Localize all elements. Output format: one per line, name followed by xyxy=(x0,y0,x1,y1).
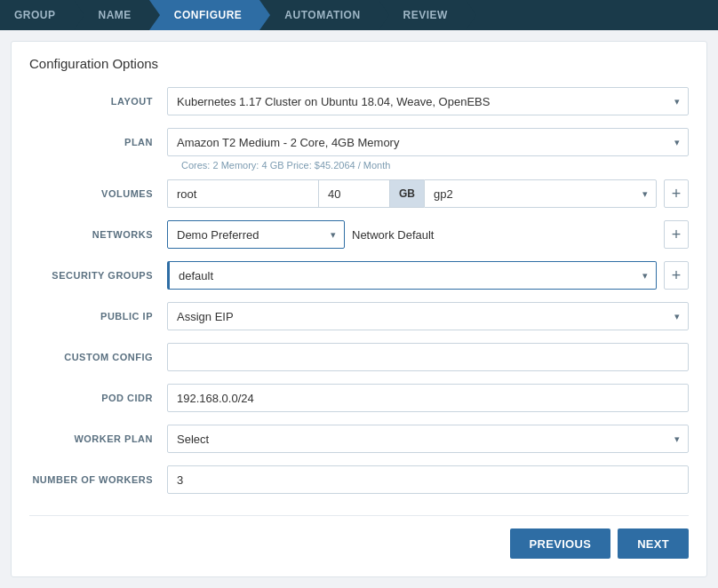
public-ip-label: PUBLIC IP xyxy=(29,311,167,322)
add-volume-button[interactable]: + xyxy=(664,179,689,208)
stepper: GROUP NAME CONFIGURE AUTOMATION REVIEW xyxy=(0,0,718,30)
public-ip-select[interactable]: Assign EIP xyxy=(167,302,689,330)
volumes-controls: GB gp2 ▾ + xyxy=(167,179,689,208)
main-content: Configuration Options LAYOUT Kubernetes … xyxy=(11,41,707,577)
previous-button[interactable]: PREVIOUS xyxy=(510,528,611,559)
step-review[interactable]: REVIEW xyxy=(379,0,466,30)
form-body: LAYOUT Kubernetes 1.17 Cluster on Ubuntu… xyxy=(29,87,689,506)
number-of-workers-row: NUMBER OF WORKERS xyxy=(29,465,689,494)
networks-row: NETWORKS Demo Preferred ▾ Network Defaul… xyxy=(29,220,689,249)
security-group-select-wrapper: default ▾ xyxy=(167,261,657,290)
volumes-label: VOLUMES xyxy=(29,188,167,199)
pod-cidr-input[interactable] xyxy=(167,384,689,412)
volume-type-select[interactable]: gp2 xyxy=(424,179,657,208)
volume-size-input[interactable] xyxy=(318,179,389,208)
pod-cidr-row: POD CIDR xyxy=(29,384,689,412)
step-automation[interactable]: AUTOMATION xyxy=(259,0,378,30)
public-ip-row: PUBLIC IP Assign EIP ▾ xyxy=(29,302,689,330)
plan-select[interactable]: Amazon T2 Medium - 2 Core, 4GB Memory xyxy=(167,128,689,156)
plan-select-wrapper: Amazon T2 Medium - 2 Core, 4GB Memory ▾ xyxy=(167,128,689,156)
number-of-workers-input[interactable] xyxy=(167,465,689,494)
volume-unit-label: GB xyxy=(389,179,424,208)
custom-config-input[interactable] xyxy=(167,343,689,371)
volumes-row: VOLUMES GB gp2 ▾ + xyxy=(29,179,689,208)
volume-name-input[interactable] xyxy=(167,179,318,208)
worker-plan-row: WORKER PLAN Select ▾ xyxy=(29,425,689,453)
network-default-label: Network Default xyxy=(352,228,434,242)
layout-select-wrapper: Kubernetes 1.17 Cluster on Ubuntu 18.04,… xyxy=(167,87,689,115)
public-ip-select-wrapper: Assign EIP ▾ xyxy=(167,302,689,330)
add-network-button[interactable]: + xyxy=(664,220,689,249)
security-groups-controls: default ▾ + xyxy=(167,261,689,290)
step-name[interactable]: NAME xyxy=(74,0,149,30)
section-title: Configuration Options xyxy=(29,56,689,71)
custom-config-label: CUSTOM CONFIG xyxy=(29,352,167,362)
worker-plan-label: WORKER PLAN xyxy=(29,433,167,444)
security-groups-label: SECURITY GROUPS xyxy=(29,270,167,281)
plan-label: PLAN xyxy=(29,137,167,147)
step-group[interactable]: GROUP xyxy=(0,0,74,30)
step-configure[interactable]: CONFIGURE xyxy=(149,0,260,30)
volume-type-wrapper: gp2 ▾ xyxy=(424,179,657,208)
networks-controls: Demo Preferred ▾ Network Default + xyxy=(167,220,689,249)
network-select-wrapper: Demo Preferred ▾ xyxy=(167,220,345,249)
layout-row: LAYOUT Kubernetes 1.17 Cluster on Ubuntu… xyxy=(29,87,689,115)
footer: PREVIOUS NEXT xyxy=(29,515,689,559)
number-of-workers-label: NUMBER OF WORKERS xyxy=(29,474,167,485)
networks-label: NETWORKS xyxy=(29,229,167,240)
plan-subtext: Cores: 2 Memory: 4 GB Price: $45.2064 / … xyxy=(181,160,689,171)
network-select[interactable]: Demo Preferred xyxy=(167,220,345,249)
pod-cidr-label: POD CIDR xyxy=(29,393,167,403)
plan-row: PLAN Amazon T2 Medium - 2 Core, 4GB Memo… xyxy=(29,128,689,156)
layout-label: LAYOUT xyxy=(29,96,167,107)
security-group-select[interactable]: default xyxy=(167,261,657,290)
security-groups-row: SECURITY GROUPS default ▾ + xyxy=(29,261,689,290)
add-security-group-button[interactable]: + xyxy=(664,261,689,290)
next-button[interactable]: NEXT xyxy=(618,528,689,559)
worker-plan-select[interactable]: Select xyxy=(167,425,689,453)
layout-select[interactable]: Kubernetes 1.17 Cluster on Ubuntu 18.04,… xyxy=(167,87,689,115)
custom-config-row: CUSTOM CONFIG xyxy=(29,343,689,371)
worker-plan-select-wrapper: Select ▾ xyxy=(167,425,689,453)
